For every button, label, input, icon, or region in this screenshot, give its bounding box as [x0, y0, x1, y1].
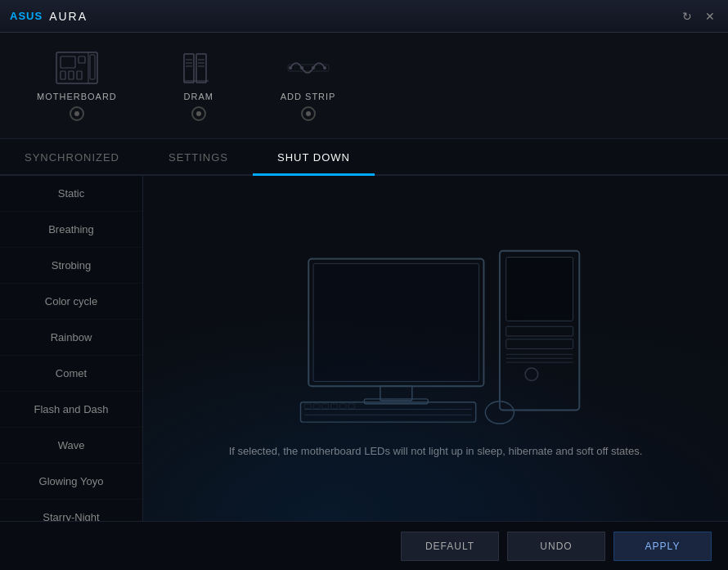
svg-rect-7 — [90, 55, 95, 79]
motherboard-label: MOTHERBOARD — [37, 92, 117, 101]
sidebar-item-comet[interactable]: Comet — [0, 356, 142, 392]
sidebar: Static Breathing Strobing Color cycle Ra… — [0, 176, 143, 521]
refresh-button[interactable]: ↻ — [679, 8, 695, 25]
device-bar: MOTHERBOARD DRAM — [0, 33, 728, 139]
sidebar-item-starry-night[interactable]: Starry-Night — [0, 500, 142, 521]
sidebar-item-color-cycle[interactable]: Color cycle — [0, 284, 142, 320]
add-strip-icon — [284, 50, 333, 87]
tabs: SYNCHRONIZED SETTINGS SHUT DOWN — [0, 139, 728, 176]
undo-button[interactable]: UNDO — [507, 532, 605, 561]
sidebar-item-flash-and-dash[interactable]: Flash and Dash — [0, 392, 142, 428]
svg-rect-29 — [506, 339, 573, 348]
app-title: AURA — [49, 10, 88, 23]
asus-logo: ASUS — [10, 10, 43, 22]
title-bar: ASUS AURA ↻ ✕ — [0, 0, 728, 33]
svg-point-18 — [300, 66, 303, 70]
device-dram[interactable]: DRAM — [162, 42, 236, 129]
svg-rect-2 — [79, 56, 85, 63]
svg-point-19 — [312, 66, 315, 70]
svg-rect-3 — [61, 71, 65, 79]
apply-button[interactable]: APPLY — [613, 532, 712, 561]
svg-rect-27 — [506, 257, 573, 321]
svg-point-17 — [289, 66, 292, 70]
svg-rect-25 — [364, 398, 428, 403]
sidebar-item-rainbow[interactable]: Rainbow — [0, 320, 142, 356]
dram-label: DRAM — [184, 92, 213, 101]
motherboard-icon — [52, 50, 101, 87]
title-left: ASUS AURA — [10, 10, 88, 23]
svg-point-30 — [525, 367, 538, 380]
svg-rect-41 — [339, 403, 346, 408]
description-text: If selected, the motherboard LEDs will n… — [229, 445, 643, 457]
add-strip-label: ADD STRIP — [281, 92, 336, 101]
default-button[interactable]: DEFAULT — [401, 532, 499, 561]
svg-rect-4 — [69, 71, 74, 79]
svg-rect-9 — [196, 54, 206, 83]
content-panel: If selected, the motherboard LEDs will n… — [143, 176, 728, 521]
close-button[interactable]: ✕ — [702, 8, 718, 25]
svg-rect-5 — [77, 71, 82, 79]
device-motherboard[interactable]: MOTHERBOARD — [25, 42, 129, 129]
title-controls: ↻ ✕ — [679, 8, 718, 25]
svg-rect-34 — [300, 402, 475, 421]
sidebar-item-strobing[interactable]: Strobing — [0, 248, 142, 284]
tab-settings[interactable]: SETTINGS — [144, 141, 253, 176]
sidebar-item-wave[interactable]: Wave — [0, 428, 142, 464]
svg-rect-28 — [506, 326, 573, 336]
svg-rect-37 — [304, 403, 311, 408]
svg-rect-40 — [330, 403, 337, 408]
svg-rect-42 — [348, 403, 354, 408]
device-add-strip[interactable]: ADD STRIP — [268, 42, 348, 129]
svg-rect-39 — [321, 403, 328, 408]
sidebar-item-static[interactable]: Static — [0, 176, 142, 212]
dram-dot — [191, 106, 206, 121]
tab-shut-down[interactable]: SHUT DOWN — [253, 141, 375, 176]
footer: DEFAULT UNDO APPLY — [0, 521, 728, 570]
sidebar-item-breathing[interactable]: Breathing — [0, 212, 142, 248]
svg-point-20 — [323, 66, 326, 70]
sidebar-item-glowing-yoyo[interactable]: Glowing Yoyo — [0, 464, 142, 500]
svg-rect-1 — [61, 56, 75, 68]
dram-icon — [174, 50, 223, 87]
main-content: Static Breathing Strobing Color cycle Ra… — [0, 176, 728, 521]
motherboard-dot — [70, 106, 84, 121]
svg-rect-8 — [184, 54, 194, 83]
svg-rect-38 — [313, 403, 320, 408]
pc-illustration — [285, 240, 587, 429]
add-strip-dot — [301, 106, 316, 121]
svg-rect-23 — [313, 263, 479, 381]
tab-synchronized[interactable]: SYNCHRONIZED — [0, 141, 144, 176]
